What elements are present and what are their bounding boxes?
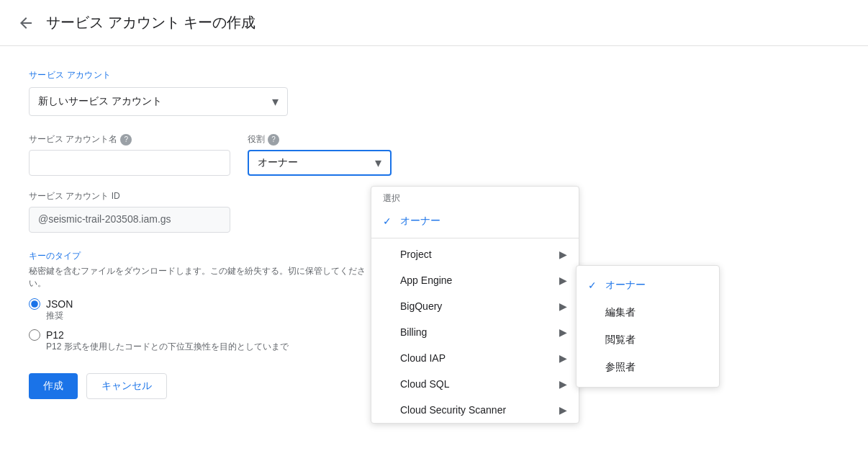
project-label: Project <box>400 249 432 260</box>
role-label: 役割 ? <box>248 133 392 146</box>
role-select-value: オーナー <box>258 156 298 169</box>
bigquery-label: BigQuery <box>400 300 442 312</box>
p12-radio-label: P12 <box>46 329 64 341</box>
sub-item-owner[interactable]: ✓ オーナー <box>577 272 719 299</box>
sub-check-icon: ✓ <box>588 280 600 291</box>
account-name-help-icon[interactable]: ? <box>120 134 132 146</box>
cloud-iap-chevron-icon: ▶ <box>559 352 567 364</box>
role-help-icon[interactable]: ? <box>268 134 279 146</box>
project-chevron-icon: ▶ <box>559 249 567 260</box>
dropdown-item-bigquery[interactable]: BigQuery ▶ <box>371 293 579 319</box>
service-account-select-value: 新しいサービス アカウント <box>38 95 162 108</box>
service-account-section: サービス アカウント 新しいサービス アカウント ▾ <box>29 69 839 116</box>
service-account-label: サービス アカウント <box>29 69 839 81</box>
service-account-select[interactable]: 新しいサービス アカウント ▾ <box>29 87 288 116</box>
bigquery-chevron-icon: ▶ <box>559 300 567 312</box>
cloud-iap-label: Cloud IAP <box>400 352 446 364</box>
dropdown-item-cloud-security-scanner[interactable]: Cloud Security Scanner ▶ <box>371 397 579 423</box>
create-button[interactable]: 作成 <box>29 373 78 399</box>
divider <box>371 238 579 238</box>
dropdown-item-app-engine[interactable]: App Engine ▶ <box>371 267 579 293</box>
json-radio-label: JSON <box>46 298 73 310</box>
cloud-security-scanner-chevron-icon: ▶ <box>559 404 567 416</box>
sub-dropdown-menu: ✓ オーナー 編集者 閲覧者 参照者 <box>576 265 720 388</box>
sub-item-ref[interactable]: 参照者 <box>577 354 719 381</box>
role-group: 役割 ? オーナー ▾ <box>248 133 392 176</box>
dropdown-header: 選択 <box>371 187 579 207</box>
role-dropdown-menu: 選択 ✓ オーナー Project ▶ App Engine ▶ BigQuer… <box>371 186 579 424</box>
owner-top-label: オーナー <box>400 215 440 228</box>
sub-ref-label: 参照者 <box>605 361 636 374</box>
account-name-group: サービス アカウント名 ? <box>29 133 230 176</box>
dropdown-item-billing[interactable]: Billing ▶ <box>371 319 579 345</box>
app-engine-label: App Engine <box>400 274 452 286</box>
cancel-button[interactable]: キャンセル <box>86 373 167 399</box>
dropdown-item-project[interactable]: Project ▶ <box>371 241 579 267</box>
back-button[interactable] <box>17 14 35 32</box>
dropdown-item-cloud-sql[interactable]: Cloud SQL ▶ <box>371 371 579 397</box>
account-name-label: サービス アカウント名 ? <box>29 133 230 146</box>
sub-item-editor[interactable]: 編集者 <box>577 299 719 326</box>
sub-owner-label: オーナー <box>605 279 646 292</box>
p12-radio[interactable] <box>29 329 40 341</box>
billing-chevron-icon: ▶ <box>559 326 567 338</box>
role-dropdown-arrow-icon: ▾ <box>375 155 381 171</box>
form-row: サービス アカウント名 ? 役割 ? オーナー ▾ <box>29 133 839 176</box>
role-select[interactable]: オーナー ▾ <box>248 150 392 176</box>
dropdown-item-owner-top[interactable]: ✓ オーナー <box>371 207 579 235</box>
page-title: サービス アカウント キーの作成 <box>46 13 256 32</box>
account-id-value: @seismic-trail-203508.iam.gs <box>29 207 230 233</box>
service-account-dropdown-arrow-icon: ▾ <box>272 94 279 110</box>
sub-item-viewer[interactable]: 閲覧者 <box>577 326 719 354</box>
check-icon: ✓ <box>383 215 394 227</box>
key-type-description: 秘密鍵を含むファイルをダウンロードします。この鍵を紛失する。切に保管してください… <box>29 265 374 290</box>
cloud-security-scanner-label: Cloud Security Scanner <box>400 404 506 416</box>
header: サービス アカウント キーの作成 <box>0 0 868 46</box>
account-name-input[interactable] <box>29 150 230 176</box>
cloud-sql-label: Cloud SQL <box>400 378 449 390</box>
app-engine-chevron-icon: ▶ <box>559 274 567 286</box>
sub-viewer-label: 閲覧者 <box>605 334 636 347</box>
billing-label: Billing <box>400 326 427 338</box>
cloud-sql-chevron-icon: ▶ <box>559 378 567 390</box>
sub-editor-label: 編集者 <box>605 306 636 319</box>
dropdown-item-cloud-iap[interactable]: Cloud IAP ▶ <box>371 345 579 371</box>
json-radio[interactable] <box>29 298 40 310</box>
